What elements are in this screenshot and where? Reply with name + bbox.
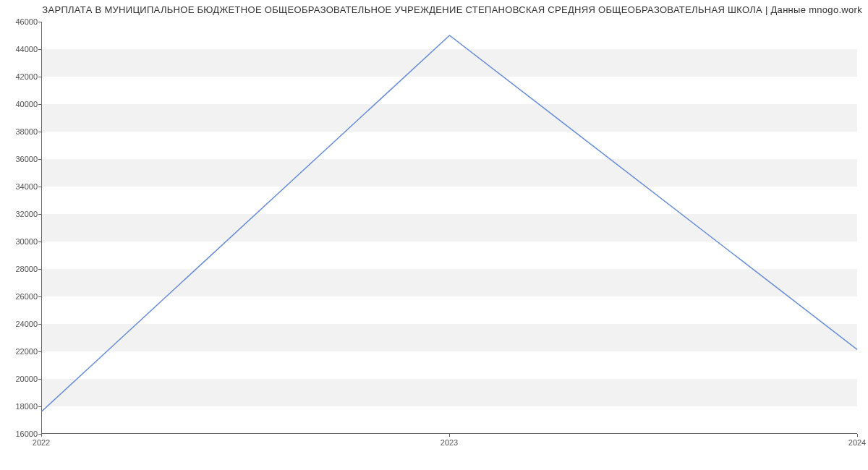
y-tick-label: 36000 [3,155,38,163]
y-tick-label: 32000 [3,210,38,218]
plot-area [41,22,857,434]
y-tick-mark [38,242,41,242]
y-tick-label: 28000 [3,265,38,273]
y-tick-mark [38,104,41,105]
y-tick-mark [38,406,41,407]
y-tick-mark [38,324,41,325]
y-tick-label: 38000 [3,127,38,136]
x-tick-mark [449,434,450,437]
y-tick-label: 30000 [3,237,38,246]
x-tick-label: 2023 [441,438,458,447]
y-tick-label: 20000 [3,375,38,383]
y-tick-mark [38,269,41,270]
y-tick-mark [38,351,41,352]
y-tick-mark [38,49,41,50]
y-tick-mark [38,132,41,132]
y-tick-label: 16000 [3,430,38,438]
x-tick-label: 2024 [848,438,866,447]
y-tick-mark [38,77,41,77]
y-tick-label: 26000 [3,292,38,301]
y-tick-mark [38,379,41,380]
y-tick-label: 40000 [3,100,38,108]
y-tick-label: 34000 [3,182,38,191]
y-tick-label: 44000 [3,45,38,54]
y-tick-mark [38,187,41,187]
y-tick-label: 46000 [3,17,38,26]
x-tick-mark [857,434,858,437]
y-tick-label: 42000 [3,72,38,81]
x-tick-label: 2022 [33,438,50,447]
y-tick-mark [38,22,41,22]
data-line [42,35,857,411]
y-tick-mark [38,159,41,160]
chart-container: 1600018000200002200024000260002800030000… [0,17,868,458]
y-tick-label: 22000 [3,347,38,356]
x-tick-mark [41,434,42,437]
y-tick-label: 24000 [3,320,38,328]
line-chart-svg [42,22,857,433]
chart-title: ЗАРПЛАТА В МУНИЦИПАЛЬНОЕ БЮДЖЕТНОЕ ОБЩЕО… [0,0,868,15]
y-tick-mark [38,214,41,215]
y-tick-mark [38,296,41,297]
y-tick-label: 18000 [3,402,38,411]
